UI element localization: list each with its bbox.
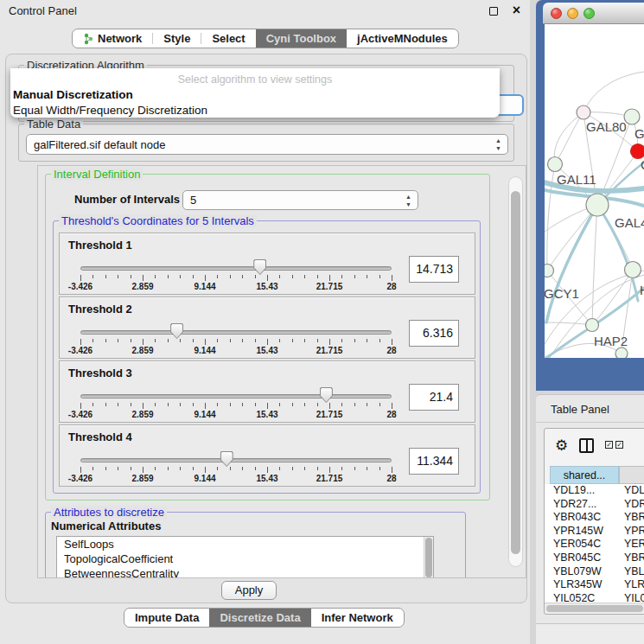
table-data-combobox[interactable]: galFiltered.sif default node ▲▼ — [26, 134, 508, 155]
float-window-icon[interactable] — [489, 7, 498, 16]
checkbox-icon[interactable]: ✓ — [615, 441, 623, 449]
tab-label: Discretize Data — [220, 611, 300, 624]
split-columns-icon[interactable] — [579, 438, 594, 453]
attributes-scrollbar[interactable] — [424, 537, 433, 578]
network-node[interactable] — [577, 105, 590, 119]
thresholds-legend: Threshold's Coordinates for 5 Intervals — [59, 214, 257, 227]
slider-tick — [131, 339, 131, 342]
panel-scrollbar-thumb[interactable] — [511, 191, 520, 554]
tab-impute-data[interactable]: Impute Data — [124, 609, 209, 627]
algorithm-placeholder-option[interactable]: Select algorithm to view settings — [10, 68, 500, 87]
stepper-arrows-icon: ▲▼ — [495, 137, 501, 152]
network-canvas[interactable]: GAL80GACGAL11GAL4GCY1HHAP2 — [545, 24, 644, 358]
slider-tick — [367, 403, 367, 406]
threshold-value-field[interactable]: 14.713 — [409, 256, 459, 283]
table-row[interactable]: YER054CYER0 — [545, 538, 644, 552]
table-row[interactable]: YPR145WYPR1 — [545, 525, 644, 539]
slider-tick — [341, 275, 342, 278]
slider-track[interactable] — [80, 330, 392, 335]
threshold-slider[interactable]: -3.4262.8599.14415.4321.71528 — [80, 425, 392, 488]
apply-button[interactable]: Apply — [221, 581, 277, 600]
slider-tick — [341, 339, 342, 342]
gear-icon[interactable]: ⚙ — [555, 437, 568, 455]
table-panel: Table Panel ⚙ ✓ ✓ shared... na YDL19...Y… — [536, 394, 644, 644]
tab-infer-network[interactable]: Infer Network — [311, 609, 404, 627]
num-intervals-combobox[interactable]: 5 ▲▼ — [182, 190, 418, 210]
bottom-tab-bar: Impute DataDiscretize DataInfer Network — [124, 608, 405, 628]
slider-tick — [80, 467, 81, 473]
threshold-value-field[interactable]: 11.344 — [409, 448, 459, 475]
slider-thumb[interactable] — [170, 323, 183, 339]
tab-cyni-toolbox[interactable]: Cyni Toolbox — [256, 29, 347, 48]
slider-tick — [80, 403, 81, 409]
tab-network[interactable]: Network — [73, 29, 152, 48]
slider-tick-label: 2.859 — [131, 346, 153, 355]
network-node[interactable] — [625, 262, 641, 278]
column-header-shared-name[interactable]: shared... — [550, 466, 619, 484]
network-node[interactable] — [548, 157, 563, 172]
table-row[interactable]: YBR045CYBR0 — [545, 552, 644, 565]
threshold-slider[interactable]: -3.4262.8599.14415.4321.71528 — [80, 233, 392, 296]
attribute-list-item[interactable]: BetweennessCentrality — [57, 566, 433, 578]
slider-tick — [80, 339, 81, 345]
table-row[interactable]: YIL052CYIL0 — [545, 592, 644, 603]
network-node[interactable] — [545, 265, 554, 277]
tab-select[interactable]: Select — [201, 29, 255, 48]
slider-thumb[interactable] — [320, 387, 333, 403]
slider-tick — [193, 339, 194, 342]
tab-jactivemnodules[interactable]: jActiveMNodules — [347, 29, 458, 48]
cell-name: YIL0 — [624, 592, 644, 603]
panel-vertical-scrollbar[interactable] — [508, 176, 523, 567]
close-icon[interactable]: × — [513, 2, 520, 19]
slider-tick — [143, 339, 143, 345]
table-row[interactable]: YDR27...YDR2 — [545, 498, 644, 512]
slider-track[interactable] — [80, 266, 392, 271]
tab-discretize-data[interactable]: Discretize Data — [209, 609, 310, 627]
attributes-listbox[interactable]: SelfLoopsTopologicalCoefficientBetweenne… — [56, 536, 434, 578]
cell-shared-name: YDL19... — [553, 484, 595, 496]
cell-shared-name: YBR045C — [553, 552, 601, 564]
slider-tick — [317, 467, 318, 470]
threshold-value-field[interactable]: 6.316 — [409, 320, 459, 347]
network-node[interactable] — [631, 144, 644, 159]
algorithm-option[interactable]: Manual Discretization — [10, 87, 500, 103]
slider-tick — [168, 275, 169, 278]
attributes-scrollbar-thumb[interactable] — [425, 538, 432, 577]
slider-track[interactable] — [80, 394, 392, 399]
close-traffic-light-icon[interactable] — [551, 8, 562, 19]
control-panel-titlebar: Control Panel × — [0, 0, 530, 21]
attribute-list-item[interactable]: SelfLoops — [57, 537, 433, 552]
slider-tick — [180, 275, 181, 278]
slider-tick — [292, 339, 293, 342]
table-hscrollbar-thumb[interactable] — [546, 605, 643, 612]
threshold-slider[interactable]: -3.4262.8599.14415.4321.71528 — [80, 297, 392, 360]
network-node[interactable] — [615, 348, 628, 358]
slider-tick — [379, 403, 380, 406]
threshold-slider[interactable]: -3.4262.8599.14415.4321.71528 — [80, 361, 392, 424]
table-row[interactable]: YBR043CYBR0 — [545, 511, 644, 525]
table-row[interactable]: YBL079WYBL0 — [545, 565, 644, 579]
slider-thumb[interactable] — [253, 259, 266, 275]
table-row[interactable]: YDL19...YDL1 — [545, 484, 644, 498]
slider-tick — [205, 467, 206, 473]
table-horizontal-scrollbar[interactable] — [545, 603, 644, 613]
slider-tick-label: 28 — [386, 474, 396, 483]
tab-style[interactable]: Style — [153, 29, 201, 48]
network-node[interactable] — [586, 194, 609, 216]
attribute-list-item[interactable]: TopologicalCoefficient — [57, 552, 433, 566]
minimize-traffic-light-icon[interactable] — [567, 8, 578, 19]
slider-tick-label: 9.144 — [194, 474, 215, 483]
algorithm-option[interactable]: Equal Width/Frequency Discretization — [10, 103, 500, 118]
network-node[interactable] — [586, 319, 599, 332]
table-row[interactable]: YLR345WYLR3 — [545, 578, 644, 592]
checkbox-icon[interactable]: ✓ — [605, 441, 613, 449]
slider-tick — [205, 275, 206, 281]
zoom-traffic-light-icon[interactable] — [583, 8, 595, 19]
column-header-name[interactable]: na — [619, 466, 644, 484]
slider-thumb[interactable] — [220, 451, 233, 467]
slider-tick — [267, 275, 268, 281]
slider-tick-label: 15.43 — [256, 474, 277, 483]
threshold-value-field[interactable]: 21.4 — [409, 384, 459, 411]
slider-track[interactable] — [80, 458, 392, 462]
slider-tick — [292, 403, 293, 406]
